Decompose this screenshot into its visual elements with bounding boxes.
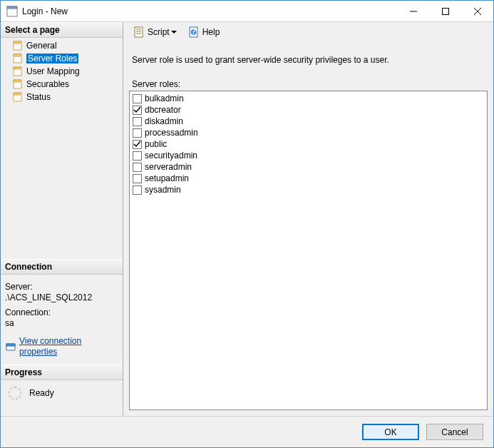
connection-value: sa <box>5 318 118 329</box>
footer: OK Cancel <box>1 416 493 447</box>
server-value: .\ACS_LINE_SQL2012 <box>5 292 118 303</box>
cancel-label: Cancel <box>441 427 468 437</box>
chevron-down-icon[interactable] <box>171 29 177 35</box>
role-label: serveradmin <box>145 161 192 173</box>
login-dialog: Login - New Select a page GeneralServer … <box>0 0 494 448</box>
minimize-button[interactable] <box>397 1 429 21</box>
role-label: setupadmin <box>145 173 189 184</box>
role-checkbox[interactable] <box>133 117 142 126</box>
ok-label: OK <box>384 427 396 437</box>
sidebar-item-label: General <box>26 41 57 51</box>
toolbar: Script ? Help <box>123 22 493 42</box>
sidebar-item-status[interactable]: Status <box>1 91 123 103</box>
server-roles-label: Server roles: <box>129 79 488 91</box>
svg-rect-13 <box>135 27 143 37</box>
connection-body: Server: .\ACS_LINE_SQL2012 Connection: s… <box>1 275 123 365</box>
sidebar-item-user-mapping[interactable]: User Mapping <box>1 65 123 78</box>
svg-text:?: ? <box>191 26 196 36</box>
role-item-setupadmin[interactable]: setupadmin <box>131 173 485 184</box>
sidebar-item-server-roles[interactable]: Server Roles <box>1 52 123 65</box>
app-icon <box>6 6 18 17</box>
sidebar-item-label: User Mapping <box>26 66 80 76</box>
maximize-button[interactable] <box>429 1 461 21</box>
page-icon <box>12 78 24 90</box>
role-item-securityadmin[interactable]: securityadmin <box>131 150 485 161</box>
role-checkbox[interactable] <box>133 106 142 115</box>
progress-spinner-icon <box>8 386 22 400</box>
role-item-diskadmin[interactable]: diskadmin <box>131 116 485 127</box>
role-checkbox[interactable] <box>133 94 142 103</box>
role-label: bulkadmin <box>145 93 184 104</box>
role-checkbox[interactable] <box>133 174 142 183</box>
script-label: Script <box>148 27 170 37</box>
page-list: GeneralServer RolesUser MappingSecurable… <box>1 38 123 105</box>
role-item-serveradmin[interactable]: serveradmin <box>131 161 485 173</box>
help-icon: ? <box>188 26 200 38</box>
svg-rect-1 <box>7 6 17 9</box>
svg-marker-17 <box>171 31 177 34</box>
role-checkbox[interactable] <box>133 128 142 138</box>
page-icon <box>12 66 24 77</box>
sidebar-item-label: Server Roles <box>26 54 78 63</box>
cancel-button[interactable]: Cancel <box>426 424 483 440</box>
close-button[interactable] <box>461 1 493 21</box>
titlebar: Login - New <box>1 1 493 22</box>
script-button[interactable]: Script <box>129 24 181 40</box>
role-label: public <box>145 138 167 150</box>
role-item-processadmin[interactable]: processadmin <box>131 127 485 138</box>
role-label: securityadmin <box>145 150 197 161</box>
connection-header: Connection <box>1 259 123 275</box>
left-pane: Select a page GeneralServer RolesUser Ma… <box>1 22 123 416</box>
content: Server role is used to grant server-wide… <box>129 44 488 410</box>
role-label: sysadmin <box>145 184 181 195</box>
role-checkbox[interactable] <box>133 163 142 172</box>
select-page-header: Select a page <box>1 22 123 38</box>
right-pane: Script ? Help Server role is used to gra… <box>123 22 493 416</box>
role-checkbox[interactable] <box>133 151 142 161</box>
sidebar-item-label: Status <box>26 92 51 102</box>
svg-rect-12 <box>6 344 15 346</box>
ok-button[interactable]: OK <box>362 424 419 440</box>
server-roles-listbox[interactable]: bulkadmindbcreatordiskadminprocessadminp… <box>129 91 488 410</box>
sidebar-item-label: Securables <box>26 79 69 89</box>
role-label: diskadmin <box>145 116 183 127</box>
role-item-dbcreator[interactable]: dbcreator <box>131 104 485 116</box>
svg-rect-3 <box>442 8 448 14</box>
script-icon <box>133 26 145 38</box>
role-label: dbcreator <box>145 104 181 116</box>
server-role-description: Server role is used to grant server-wide… <box>129 44 488 79</box>
role-checkbox[interactable] <box>133 185 142 195</box>
sidebar-item-securables[interactable]: Securables <box>1 78 123 91</box>
progress-body: Ready <box>1 380 123 416</box>
sidebar-item-general[interactable]: General <box>1 39 123 52</box>
progress-header: Progress <box>1 365 123 380</box>
page-icon <box>12 53 24 64</box>
role-label: processadmin <box>145 127 198 138</box>
help-button[interactable]: ? Help <box>184 24 225 40</box>
role-checkbox[interactable] <box>133 140 142 149</box>
role-item-public[interactable]: public <box>131 138 485 150</box>
window-title: Login - New <box>22 6 397 16</box>
page-icon <box>12 40 24 51</box>
help-label: Help <box>202 27 220 37</box>
role-item-sysadmin[interactable]: sysadmin <box>131 184 485 195</box>
connection-properties-icon <box>5 341 16 352</box>
role-item-bulkadmin[interactable]: bulkadmin <box>131 93 485 104</box>
progress-status: Ready <box>29 388 54 398</box>
connection-label: Connection: <box>5 307 118 318</box>
view-connection-properties-link[interactable]: View connection properties <box>19 336 118 357</box>
page-icon <box>12 91 24 103</box>
server-label: Server: <box>5 282 118 292</box>
